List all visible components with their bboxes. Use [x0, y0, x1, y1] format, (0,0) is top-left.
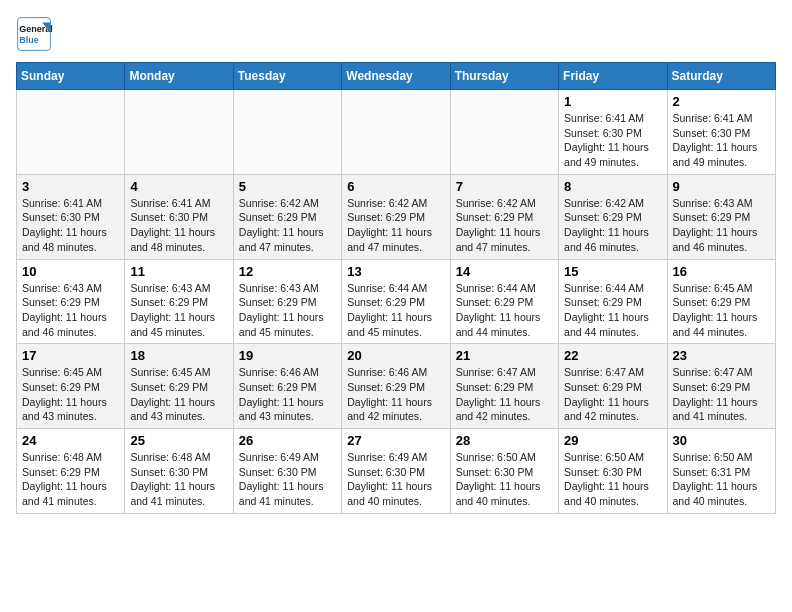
- calendar-day-15: 15Sunrise: 6:44 AMSunset: 6:29 PMDayligh…: [559, 259, 667, 344]
- day-number: 15: [564, 264, 661, 279]
- day-number: 8: [564, 179, 661, 194]
- svg-text:Blue: Blue: [19, 35, 39, 45]
- day-number: 2: [673, 94, 770, 109]
- day-info: Sunrise: 6:46 AMSunset: 6:29 PMDaylight:…: [347, 365, 444, 424]
- calendar-header: SundayMondayTuesdayWednesdayThursdayFrid…: [17, 63, 776, 90]
- day-info: Sunrise: 6:42 AMSunset: 6:29 PMDaylight:…: [239, 196, 336, 255]
- day-number: 30: [673, 433, 770, 448]
- calendar-day-14: 14Sunrise: 6:44 AMSunset: 6:29 PMDayligh…: [450, 259, 558, 344]
- day-info: Sunrise: 6:50 AMSunset: 6:30 PMDaylight:…: [456, 450, 553, 509]
- day-number: 28: [456, 433, 553, 448]
- day-number: 3: [22, 179, 119, 194]
- day-number: 25: [130, 433, 227, 448]
- day-number: 26: [239, 433, 336, 448]
- calendar-week-row: 1Sunrise: 6:41 AMSunset: 6:30 PMDaylight…: [17, 90, 776, 175]
- day-info: Sunrise: 6:47 AMSunset: 6:29 PMDaylight:…: [564, 365, 661, 424]
- day-info: Sunrise: 6:41 AMSunset: 6:30 PMDaylight:…: [673, 111, 770, 170]
- weekday-header-thursday: Thursday: [450, 63, 558, 90]
- day-number: 16: [673, 264, 770, 279]
- day-info: Sunrise: 6:42 AMSunset: 6:29 PMDaylight:…: [564, 196, 661, 255]
- calendar-day-9: 9Sunrise: 6:43 AMSunset: 6:29 PMDaylight…: [667, 174, 775, 259]
- calendar-day-3: 3Sunrise: 6:41 AMSunset: 6:30 PMDaylight…: [17, 174, 125, 259]
- calendar-day-7: 7Sunrise: 6:42 AMSunset: 6:29 PMDaylight…: [450, 174, 558, 259]
- day-info: Sunrise: 6:46 AMSunset: 6:29 PMDaylight:…: [239, 365, 336, 424]
- day-info: Sunrise: 6:44 AMSunset: 6:29 PMDaylight:…: [456, 281, 553, 340]
- day-number: 22: [564, 348, 661, 363]
- page-header: General Blue: [16, 16, 776, 52]
- day-number: 23: [673, 348, 770, 363]
- day-info: Sunrise: 6:44 AMSunset: 6:29 PMDaylight:…: [347, 281, 444, 340]
- calendar-body: 1Sunrise: 6:41 AMSunset: 6:30 PMDaylight…: [17, 90, 776, 514]
- calendar-empty-cell: [233, 90, 341, 175]
- day-info: Sunrise: 6:45 AMSunset: 6:29 PMDaylight:…: [130, 365, 227, 424]
- calendar-week-row: 24Sunrise: 6:48 AMSunset: 6:29 PMDayligh…: [17, 429, 776, 514]
- day-info: Sunrise: 6:49 AMSunset: 6:30 PMDaylight:…: [347, 450, 444, 509]
- weekday-header-saturday: Saturday: [667, 63, 775, 90]
- day-number: 19: [239, 348, 336, 363]
- calendar-day-19: 19Sunrise: 6:46 AMSunset: 6:29 PMDayligh…: [233, 344, 341, 429]
- day-info: Sunrise: 6:50 AMSunset: 6:31 PMDaylight:…: [673, 450, 770, 509]
- calendar-empty-cell: [17, 90, 125, 175]
- day-number: 21: [456, 348, 553, 363]
- calendar-week-row: 17Sunrise: 6:45 AMSunset: 6:29 PMDayligh…: [17, 344, 776, 429]
- calendar-day-29: 29Sunrise: 6:50 AMSunset: 6:30 PMDayligh…: [559, 429, 667, 514]
- day-info: Sunrise: 6:47 AMSunset: 6:29 PMDaylight:…: [456, 365, 553, 424]
- day-info: Sunrise: 6:45 AMSunset: 6:29 PMDaylight:…: [673, 281, 770, 340]
- calendar-day-12: 12Sunrise: 6:43 AMSunset: 6:29 PMDayligh…: [233, 259, 341, 344]
- calendar-day-20: 20Sunrise: 6:46 AMSunset: 6:29 PMDayligh…: [342, 344, 450, 429]
- calendar-empty-cell: [125, 90, 233, 175]
- day-number: 5: [239, 179, 336, 194]
- calendar-day-6: 6Sunrise: 6:42 AMSunset: 6:29 PMDaylight…: [342, 174, 450, 259]
- calendar-day-1: 1Sunrise: 6:41 AMSunset: 6:30 PMDaylight…: [559, 90, 667, 175]
- day-info: Sunrise: 6:49 AMSunset: 6:30 PMDaylight:…: [239, 450, 336, 509]
- day-number: 20: [347, 348, 444, 363]
- calendar-day-16: 16Sunrise: 6:45 AMSunset: 6:29 PMDayligh…: [667, 259, 775, 344]
- day-info: Sunrise: 6:43 AMSunset: 6:29 PMDaylight:…: [22, 281, 119, 340]
- calendar-day-28: 28Sunrise: 6:50 AMSunset: 6:30 PMDayligh…: [450, 429, 558, 514]
- day-number: 10: [22, 264, 119, 279]
- day-number: 9: [673, 179, 770, 194]
- calendar-day-10: 10Sunrise: 6:43 AMSunset: 6:29 PMDayligh…: [17, 259, 125, 344]
- day-info: Sunrise: 6:43 AMSunset: 6:29 PMDaylight:…: [130, 281, 227, 340]
- logo-icon: General Blue: [16, 16, 52, 52]
- day-info: Sunrise: 6:50 AMSunset: 6:30 PMDaylight:…: [564, 450, 661, 509]
- calendar-table: SundayMondayTuesdayWednesdayThursdayFrid…: [16, 62, 776, 514]
- day-number: 4: [130, 179, 227, 194]
- calendar-day-11: 11Sunrise: 6:43 AMSunset: 6:29 PMDayligh…: [125, 259, 233, 344]
- day-info: Sunrise: 6:47 AMSunset: 6:29 PMDaylight:…: [673, 365, 770, 424]
- day-number: 13: [347, 264, 444, 279]
- day-number: 24: [22, 433, 119, 448]
- day-number: 14: [456, 264, 553, 279]
- day-info: Sunrise: 6:42 AMSunset: 6:29 PMDaylight:…: [456, 196, 553, 255]
- day-info: Sunrise: 6:42 AMSunset: 6:29 PMDaylight:…: [347, 196, 444, 255]
- day-info: Sunrise: 6:48 AMSunset: 6:29 PMDaylight:…: [22, 450, 119, 509]
- day-info: Sunrise: 6:43 AMSunset: 6:29 PMDaylight:…: [673, 196, 770, 255]
- day-info: Sunrise: 6:41 AMSunset: 6:30 PMDaylight:…: [130, 196, 227, 255]
- day-number: 11: [130, 264, 227, 279]
- day-number: 6: [347, 179, 444, 194]
- day-number: 12: [239, 264, 336, 279]
- calendar-day-30: 30Sunrise: 6:50 AMSunset: 6:31 PMDayligh…: [667, 429, 775, 514]
- calendar-day-22: 22Sunrise: 6:47 AMSunset: 6:29 PMDayligh…: [559, 344, 667, 429]
- weekday-header-sunday: Sunday: [17, 63, 125, 90]
- weekday-header-tuesday: Tuesday: [233, 63, 341, 90]
- calendar-day-18: 18Sunrise: 6:45 AMSunset: 6:29 PMDayligh…: [125, 344, 233, 429]
- calendar-day-27: 27Sunrise: 6:49 AMSunset: 6:30 PMDayligh…: [342, 429, 450, 514]
- day-number: 1: [564, 94, 661, 109]
- calendar-day-5: 5Sunrise: 6:42 AMSunset: 6:29 PMDaylight…: [233, 174, 341, 259]
- calendar-day-8: 8Sunrise: 6:42 AMSunset: 6:29 PMDaylight…: [559, 174, 667, 259]
- day-info: Sunrise: 6:45 AMSunset: 6:29 PMDaylight:…: [22, 365, 119, 424]
- weekday-header-row: SundayMondayTuesdayWednesdayThursdayFrid…: [17, 63, 776, 90]
- calendar-day-4: 4Sunrise: 6:41 AMSunset: 6:30 PMDaylight…: [125, 174, 233, 259]
- calendar-day-24: 24Sunrise: 6:48 AMSunset: 6:29 PMDayligh…: [17, 429, 125, 514]
- weekday-header-monday: Monday: [125, 63, 233, 90]
- logo: General Blue: [16, 16, 52, 52]
- day-number: 17: [22, 348, 119, 363]
- day-info: Sunrise: 6:41 AMSunset: 6:30 PMDaylight:…: [22, 196, 119, 255]
- calendar-day-17: 17Sunrise: 6:45 AMSunset: 6:29 PMDayligh…: [17, 344, 125, 429]
- day-info: Sunrise: 6:41 AMSunset: 6:30 PMDaylight:…: [564, 111, 661, 170]
- day-number: 18: [130, 348, 227, 363]
- day-info: Sunrise: 6:44 AMSunset: 6:29 PMDaylight:…: [564, 281, 661, 340]
- weekday-header-wednesday: Wednesday: [342, 63, 450, 90]
- day-number: 29: [564, 433, 661, 448]
